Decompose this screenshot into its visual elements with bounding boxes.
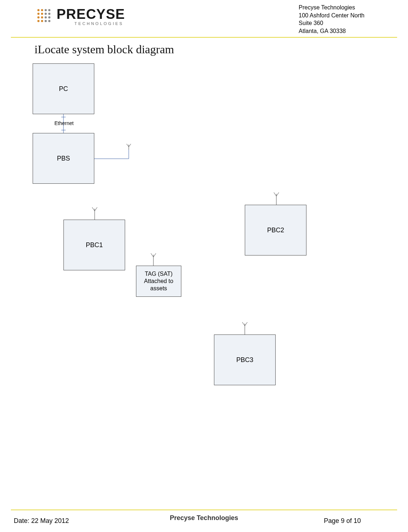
svg-point-1: [41, 9, 43, 11]
footer-date: Date: 22 May 2012: [14, 517, 69, 525]
address-line: Precyse Technologies: [299, 4, 364, 12]
block-diagram: PC Ethernet PBS PBC1 PBC2: [0, 0, 408, 532]
antenna-pbc2: [273, 191, 280, 205]
svg-line-23: [92, 207, 95, 211]
footer-page: Page 9 of 10: [324, 517, 361, 525]
antenna-pbc1: [91, 206, 98, 220]
svg-point-11: [48, 13, 50, 15]
svg-point-9: [48, 9, 50, 11]
block-pbs: PBS: [33, 133, 94, 184]
svg-line-32: [242, 322, 245, 326]
svg-line-27: [276, 192, 279, 196]
logo-icon: [36, 8, 54, 25]
svg-point-7: [41, 20, 43, 22]
logo-text: PRECYSE: [57, 7, 125, 21]
header-divider: [11, 37, 397, 38]
connector-ethernet: [60, 114, 67, 133]
page-title: iLocate system block diagram: [34, 43, 174, 56]
svg-point-3: [41, 13, 43, 15]
block-pbc3: PBC3: [214, 334, 276, 385]
svg-point-13: [48, 16, 50, 18]
svg-point-12: [45, 16, 47, 18]
svg-line-29: [151, 253, 153, 257]
svg-point-0: [37, 9, 40, 11]
antenna-pbc3: [241, 321, 248, 335]
connector-label-ethernet: Ethernet: [54, 120, 74, 126]
svg-line-24: [95, 207, 97, 211]
footer-divider: [11, 510, 397, 510]
svg-point-5: [41, 16, 43, 18]
svg-line-33: [245, 322, 247, 326]
address-line: Suite 360: [299, 19, 364, 27]
block-pbc1: PBC1: [63, 220, 125, 270]
svg-line-21: [129, 144, 131, 147]
svg-point-15: [48, 20, 50, 22]
svg-point-4: [37, 16, 40, 18]
svg-point-14: [45, 20, 47, 22]
company-address: Precyse Technologies 100 Ashford Center …: [299, 4, 364, 35]
antenna-tag: [150, 252, 157, 266]
antenna-pbs: [94, 142, 134, 164]
block-pc: PC: [33, 63, 94, 114]
address-line: Atlanta, GA 30338: [299, 27, 364, 35]
svg-point-8: [45, 9, 47, 11]
svg-line-30: [153, 253, 156, 257]
block-tag: TAG (SAT) Attached to assets: [136, 266, 181, 297]
svg-point-2: [37, 13, 40, 15]
company-logo: PRECYSE TECHNOLOGIES: [36, 7, 125, 26]
svg-point-10: [45, 13, 47, 15]
svg-point-6: [37, 20, 40, 22]
logo-subtext: TECHNOLOGIES: [57, 22, 125, 26]
block-pbc2: PBC2: [245, 205, 306, 255]
address-line: 100 Ashford Center North: [299, 12, 364, 20]
svg-line-26: [274, 192, 276, 196]
svg-line-20: [127, 144, 129, 147]
